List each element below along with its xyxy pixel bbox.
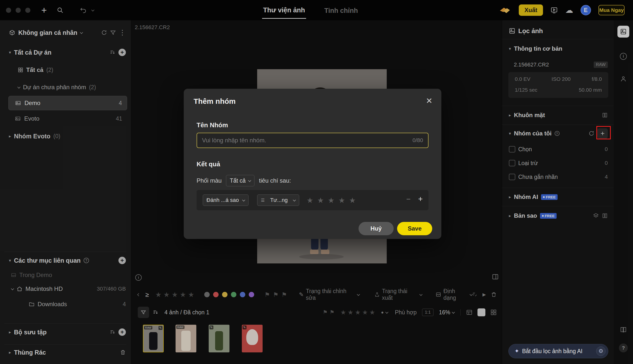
color-scheme-label: Phối màu (197, 177, 222, 184)
remove-condition-button[interactable]: − (406, 196, 411, 203)
modal-title: Thêm nhóm (194, 97, 236, 106)
save-button[interactable]: Save (397, 222, 432, 235)
annotation-highlight-box (596, 126, 611, 139)
star-icon[interactable]: ★ (317, 196, 324, 204)
condition-operator-select[interactable]: ☰ Tư...ng (257, 194, 299, 206)
result-label: Kết quả (197, 160, 220, 168)
app-window: + Thư viện ảnh Tinh chỉnh Xuất ☁ E Mua N… (0, 0, 633, 364)
hamburger-icon: ☰ (261, 198, 265, 203)
ai-culling-button[interactable]: ✦ Bắt đầu lọc ảnh bằng AI ⚙ (508, 344, 608, 358)
star-icon[interactable]: ★ (307, 196, 313, 204)
group-name-input[interactable] (202, 137, 409, 144)
close-icon[interactable]: ✕ (426, 96, 432, 106)
condition-field-select[interactable]: Đánh ...á sao (203, 194, 249, 206)
star-icon[interactable]: ★ (338, 196, 345, 204)
chevron-down-icon (242, 198, 245, 202)
star-icon[interactable]: ★ (328, 196, 335, 204)
sparkle-icon: ✦ (514, 348, 519, 354)
criteria-suffix-label: tiêu chí sau: (259, 177, 291, 184)
char-counter: 0/80 (412, 137, 423, 144)
chevron-down-icon (248, 179, 251, 182)
add-condition-button[interactable]: + (418, 195, 423, 203)
condition-star-rating[interactable]: ★ ★ ★ ★ ★ (307, 196, 356, 204)
condition-row: Đánh ...á sao ☰ Tư...ng ★ ★ ★ ★ ★ − + (197, 190, 428, 210)
chevron-down-icon (293, 198, 296, 202)
cancel-button[interactable]: Huỷ (359, 222, 394, 235)
gear-icon[interactable]: ⚙ (596, 346, 605, 356)
group-name-field[interactable]: 0/80 (197, 133, 428, 148)
group-name-label: Tên Nhóm (197, 121, 228, 129)
add-group-modal: Thêm nhóm ✕ Tên Nhóm 0/80 Kết quả Phối m… (184, 89, 441, 239)
color-scheme-select[interactable]: Tất cả (226, 175, 254, 186)
star-icon[interactable]: ★ (349, 196, 356, 204)
